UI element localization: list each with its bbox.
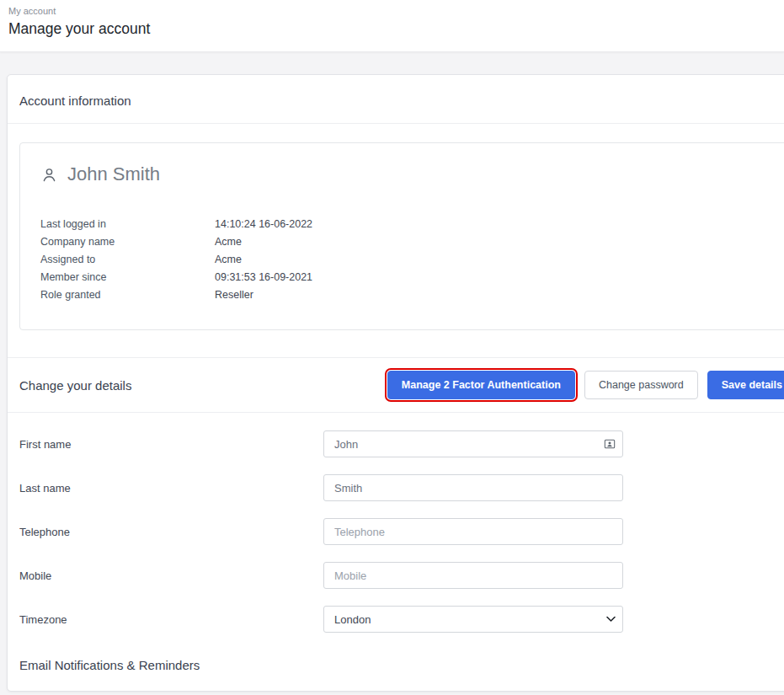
form-row-telephone: Telephone — [19, 510, 784, 553]
form-row-last-name: Last name — [19, 466, 784, 510]
detail-label: Assigned to — [40, 251, 215, 269]
account-detail-row: Last logged in 14:10:24 16-06-2022 — [40, 216, 777, 233]
user-icon — [40, 166, 58, 184]
profile-summary-box: John Smith Last logged in 14:10:24 16-06… — [19, 142, 784, 330]
timezone-select[interactable]: London — [323, 606, 623, 633]
detail-value: 14:10:24 16-06-2022 — [215, 216, 312, 233]
account-detail-row: Assigned to Acme — [40, 251, 777, 269]
first-name-input[interactable] — [323, 430, 623, 457]
change-details-form: First name Last name Telephone — [8, 413, 784, 641]
form-row-timezone: Timezone London — [19, 597, 784, 641]
form-row-first-name: First name — [19, 422, 784, 466]
account-details-list: Last logged in 14:10:24 16-06-2022 Compa… — [40, 216, 777, 304]
mobile-input[interactable] — [323, 562, 623, 589]
detail-value: Acme — [215, 233, 242, 251]
detail-label: Company name — [40, 233, 215, 251]
save-details-button[interactable]: Save details — [707, 371, 784, 399]
autofill-contact-icon — [604, 438, 616, 450]
last-name-input[interactable] — [323, 474, 623, 501]
mobile-label: Mobile — [19, 569, 323, 582]
detail-value: 09:31:53 16-09-2021 — [215, 269, 312, 286]
page-title: Manage your account — [8, 20, 784, 38]
form-row-mobile: Mobile — [19, 553, 784, 597]
change-password-button[interactable]: Change password — [584, 371, 698, 399]
first-name-label: First name — [19, 438, 323, 451]
account-detail-row: Company name Acme — [40, 233, 777, 251]
section-title-email-notifications: Email Notifications & Reminders — [19, 658, 784, 672]
detail-label: Role granted — [40, 286, 215, 304]
detail-value: Acme — [215, 251, 242, 269]
manage-2fa-button[interactable]: Manage 2 Factor Authentication — [387, 371, 575, 399]
breadcrumb[interactable]: My account — [8, 6, 784, 16]
detail-label: Member since — [40, 269, 215, 286]
user-name: John Smith — [67, 163, 160, 185]
telephone-input[interactable] — [323, 518, 623, 545]
account-detail-row: Member since 09:31:53 16-09-2021 — [40, 269, 777, 286]
detail-value: Reseller — [215, 286, 253, 304]
detail-label: Last logged in — [40, 216, 215, 233]
divider — [8, 123, 784, 124]
section-title-account-information: Account information — [19, 94, 784, 108]
timezone-label: Timezone — [19, 613, 323, 626]
account-detail-row: Role granted Reseller — [40, 286, 777, 304]
section-title-change-details: Change your details — [19, 378, 131, 393]
telephone-label: Telephone — [19, 526, 323, 538]
last-name-label: Last name — [19, 482, 323, 495]
account-card: Account information John Smith Last logg… — [7, 74, 784, 692]
page-header: My account Manage your account — [0, 0, 784, 52]
